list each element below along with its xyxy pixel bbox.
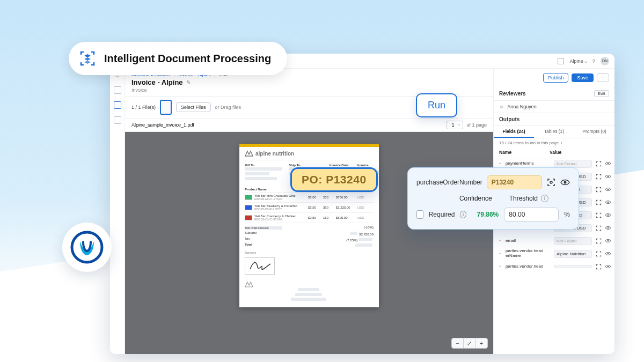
- locate-icon[interactable]: [595, 238, 602, 244]
- col-name: Name: [499, 150, 550, 155]
- found-count: 15 / 24 items found in this page: [499, 141, 559, 145]
- svg-point-1: [608, 176, 609, 178]
- locate-icon[interactable]: [595, 199, 602, 205]
- required-checkbox[interactable]: [416, 210, 423, 219]
- eye-icon[interactable]: [605, 160, 611, 167]
- visibility-icon[interactable]: [560, 178, 570, 187]
- percent-suffix: %: [564, 211, 570, 218]
- idp-title: Intelligent Document Processing: [104, 53, 271, 65]
- locate-icon[interactable]: [595, 263, 602, 270]
- invoice-line: Yeti Bar Mint Chocolate ChipEB628-MCC-27…: [245, 193, 374, 203]
- rail-item-3[interactable]: [114, 116, 121, 124]
- eye-icon[interactable]: [605, 199, 611, 205]
- zoom-fit-button[interactable]: ⤢: [464, 338, 475, 348]
- field-value-input[interactable]: P13240: [487, 175, 542, 189]
- svg-point-0: [608, 163, 609, 165]
- field-row: *parties.vendor.head erNameAlpine Nutrit…: [494, 247, 614, 260]
- invoice-line: Yeti Bar Cranberry & ChickenEB018-CHC-37…: [245, 213, 374, 223]
- field-value[interactable]: Not Found: [554, 160, 592, 168]
- zoom-controls: − ⤢ +: [451, 338, 488, 349]
- select-files-button[interactable]: Select Files: [176, 102, 211, 112]
- svg-point-3: [608, 202, 609, 203]
- outputs-title: Outputs: [499, 116, 519, 122]
- window-control-icon[interactable]: [558, 58, 564, 64]
- required-info-icon[interactable]: i: [460, 211, 466, 218]
- reviewers-title: Reviewers: [499, 91, 525, 97]
- threshold-label: Threshold: [509, 195, 538, 202]
- tab-prompts[interactable]: Prompts (0): [574, 126, 614, 138]
- field-name: paymentTerms: [506, 161, 551, 166]
- locate-icon[interactable]: [595, 225, 602, 231]
- eye-icon[interactable]: [605, 263, 611, 270]
- svg-point-2: [608, 189, 609, 190]
- scan-icon[interactable]: [546, 178, 556, 187]
- outputs-tabs: Fields (24) Tables (1) Prompts (0): [494, 126, 614, 138]
- help-icon[interactable]: ?: [592, 58, 595, 64]
- col-value: Value: [550, 150, 561, 155]
- vendor-logo-icon: [245, 150, 253, 157]
- idp-chip: Intelligent Document Processing: [69, 42, 287, 75]
- ship-to-label: Ship To: [289, 164, 324, 167]
- threshold-info-icon[interactable]: i: [541, 195, 548, 202]
- zoom-out-button[interactable]: −: [452, 338, 464, 348]
- svg-point-4: [608, 215, 609, 216]
- tab-tables[interactable]: Tables (1): [534, 126, 574, 138]
- page-select[interactable]: 1: [447, 121, 463, 129]
- rail-item-2[interactable]: [114, 101, 121, 109]
- confidence-label: Confidence: [459, 195, 492, 202]
- more-actions-button[interactable]: ⋮: [597, 73, 609, 82]
- svg-point-5: [608, 227, 609, 229]
- bill-to-label: Bill To: [245, 164, 283, 167]
- svg-point-6: [608, 240, 609, 242]
- field-name: email: [506, 239, 551, 243]
- reviewer-name: Anna Nguyen: [507, 104, 537, 109]
- field-value[interactable]: [554, 265, 592, 268]
- zoom-in-button[interactable]: +: [475, 338, 487, 348]
- field-name: parties.vendor.head erName: [506, 249, 551, 258]
- edit-reviewers-button[interactable]: Edit: [594, 90, 609, 97]
- file-thumbnail[interactable]: [160, 100, 172, 115]
- field-name: parties.vendor.head: [506, 264, 551, 269]
- eye-icon[interactable]: [605, 186, 611, 193]
- open-file-tab[interactable]: Alpine_sample_invoice_1.pdf: [131, 122, 194, 128]
- locate-icon[interactable]: [595, 186, 602, 193]
- rail-item-1[interactable]: [114, 86, 121, 94]
- eye-icon[interactable]: [605, 173, 611, 180]
- page-title: Invoice - Alpine: [131, 78, 183, 86]
- page-of: of 1 page: [466, 122, 487, 128]
- eye-icon[interactable]: [605, 238, 611, 244]
- svg-point-10: [564, 181, 567, 184]
- svg-point-7: [608, 253, 609, 255]
- eye-icon[interactable]: [605, 225, 611, 231]
- run-button[interactable]: Run: [416, 93, 457, 117]
- locate-icon[interactable]: [595, 250, 602, 257]
- avatar[interactable]: DN: [601, 57, 609, 65]
- eye-icon[interactable]: [605, 212, 611, 218]
- confidence-value: 79.86%: [477, 211, 499, 218]
- svg-point-8: [608, 266, 609, 268]
- signature-box: [245, 257, 275, 275]
- svg-point-11: [72, 232, 102, 262]
- invoice-line: Yeti Bar Blueberry & PistachioEB028-BNP-…: [245, 203, 374, 213]
- person-icon: ☺: [499, 104, 504, 109]
- locate-icon[interactable]: [595, 173, 602, 180]
- file-counter: 1 / 1 File(s): [131, 105, 156, 110]
- publish-button[interactable]: Publish: [543, 73, 569, 83]
- idp-icon: [78, 49, 97, 68]
- edit-title-icon[interactable]: ✎: [186, 79, 191, 85]
- eye-icon[interactable]: [605, 250, 611, 257]
- field-row: *emailNot Found: [494, 234, 614, 247]
- drag-hint: or Drag files: [215, 105, 241, 110]
- account-switcher[interactable]: Alpine ⌵: [569, 58, 587, 64]
- required-label: Required: [429, 211, 455, 218]
- save-button[interactable]: Save: [572, 73, 594, 82]
- left-rail: →: [110, 69, 125, 354]
- locate-icon[interactable]: [595, 212, 602, 218]
- threshold-input[interactable]: 80.00: [504, 208, 559, 221]
- signature-label: Signature: [239, 251, 379, 254]
- tab-fields[interactable]: Fields (24): [494, 126, 534, 138]
- field-value[interactable]: Alpine Nutrition: [554, 250, 592, 258]
- field-value[interactable]: Not Found: [554, 237, 592, 245]
- info-icon[interactable]: i: [561, 141, 562, 145]
- locate-icon[interactable]: [595, 160, 602, 167]
